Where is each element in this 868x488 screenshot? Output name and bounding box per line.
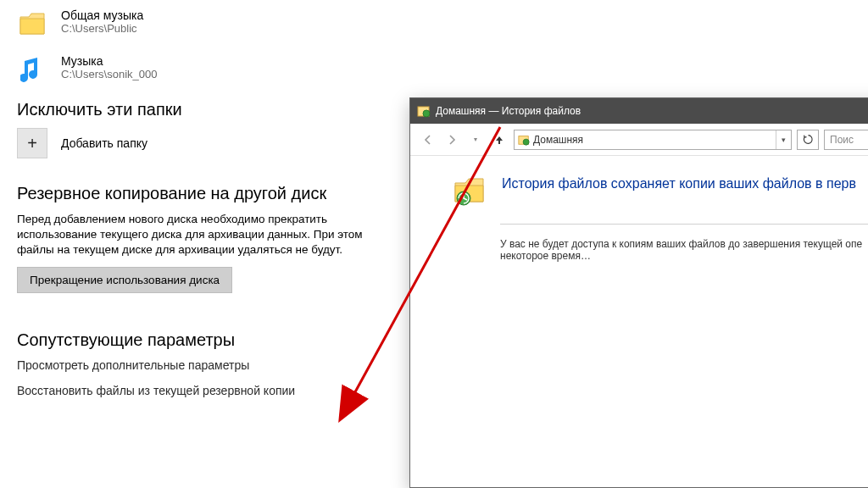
address-dropdown[interactable]: ▾: [776, 130, 791, 149]
address-bar[interactable]: Домашняя ▾: [514, 130, 792, 150]
related-heading: Сопутствующие параметры: [17, 330, 407, 350]
backup-heading: Резервное копирование на другой диск: [17, 184, 407, 203]
folder-item-music[interactable]: Музыка C:\Users\sonik_000: [17, 54, 407, 85]
stop-using-drive-button[interactable]: Прекращение использования диска: [17, 267, 232, 293]
exclude-heading: Исключить эти папки: [17, 100, 407, 119]
plus-icon: +: [27, 134, 37, 153]
nav-up-button[interactable]: [490, 130, 509, 149]
window-title: Домашняя — История файлов: [436, 105, 581, 117]
add-folder-row[interactable]: + Добавить папку: [17, 128, 407, 158]
folder-item-public-music[interactable]: Общая музыка C:\Users\Public: [17, 8, 407, 39]
folder-name: Музыка: [61, 54, 157, 68]
search-placeholder: Поис: [830, 134, 854, 146]
svg-point-3: [523, 139, 529, 145]
folder-icon: [17, 8, 47, 39]
file-history-content: История файлов сохраняет копии ваших фай…: [410, 156, 868, 262]
divider: [500, 224, 868, 225]
file-history-headline: История файлов сохраняет копии ваших фай…: [502, 173, 856, 191]
nav-toolbar: ▾ Домашняя ▾ Поис: [410, 124, 868, 156]
refresh-button[interactable]: [797, 130, 819, 150]
nav-back-button[interactable]: [419, 130, 437, 149]
backup-body: Перед добавлением нового диска необходим…: [17, 212, 390, 258]
link-restore-files[interactable]: Восстановить файлы из текущей резервной …: [17, 384, 407, 397]
window-icon: [417, 104, 431, 118]
folder-path: C:\Users\sonik_000: [61, 68, 157, 80]
folder-text: Музыка C:\Users\sonik_000: [61, 54, 157, 80]
add-button[interactable]: +: [17, 128, 47, 158]
folder-name: Общая музыка: [61, 8, 143, 22]
link-more-options[interactable]: Просмотреть дополнительные параметры: [17, 358, 407, 372]
nav-history-dropdown[interactable]: ▾: [466, 130, 485, 149]
file-history-icon: [453, 173, 487, 207]
folder-path: C:\Users\Public: [61, 22, 143, 35]
add-folder-label: Добавить папку: [61, 136, 147, 150]
address-text: Домашняя: [533, 134, 583, 146]
window-titlebar[interactable]: Домашняя — История файлов: [410, 98, 868, 124]
search-box[interactable]: Поис: [824, 130, 868, 150]
nav-forward-button[interactable]: [442, 130, 461, 149]
file-history-body: У вас не будет доступа к копиям ваших фа…: [500, 238, 868, 262]
file-history-window: Домашняя — История файлов ▾ Домашняя ▾ П…: [409, 97, 868, 488]
settings-panel: Общая музыка C:\Users\Public Музыка C:\U…: [17, 8, 407, 409]
folder-text: Общая музыка C:\Users\Public: [61, 8, 143, 35]
music-icon: [17, 54, 47, 85]
svg-point-1: [423, 110, 430, 117]
